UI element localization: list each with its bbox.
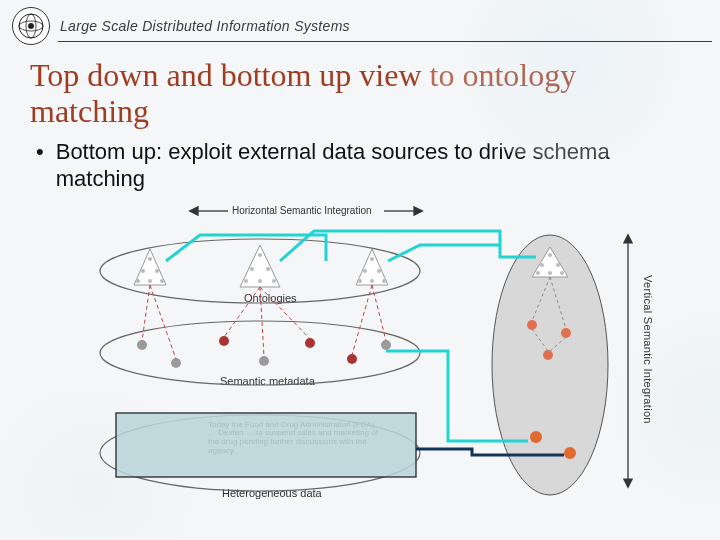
svg-point-44 — [219, 336, 229, 346]
svg-point-37 — [540, 263, 544, 267]
svg-point-17 — [148, 257, 152, 261]
svg-rect-13 — [116, 413, 416, 477]
header-rule — [58, 41, 712, 42]
architecture-diagram: Horizontal Semantic Integration Ontologi… — [80, 205, 640, 505]
svg-point-21 — [148, 279, 152, 283]
svg-line-55 — [372, 285, 386, 341]
svg-point-30 — [363, 269, 367, 273]
svg-point-59 — [530, 431, 542, 443]
svg-point-60 — [564, 447, 576, 459]
svg-point-32 — [358, 279, 362, 283]
bullet-text: Bottom up: exploit external data sources… — [56, 138, 692, 193]
svg-point-11 — [100, 321, 420, 385]
bullet-dot-icon: • — [36, 138, 44, 193]
svg-point-31 — [377, 269, 381, 273]
svg-point-22 — [160, 279, 164, 283]
svg-point-25 — [266, 267, 270, 271]
svg-line-51 — [224, 287, 260, 337]
svg-point-36 — [548, 253, 552, 257]
svg-point-40 — [548, 271, 552, 275]
svg-point-42 — [137, 340, 147, 350]
header-bar: Large Scale Distributed Information Syst… — [0, 0, 720, 48]
svg-point-46 — [305, 338, 315, 348]
bullet-item: • Bottom up: exploit external data sourc… — [36, 138, 692, 193]
svg-point-47 — [347, 354, 357, 364]
lsdis-logo-icon — [12, 7, 50, 45]
svg-point-45 — [259, 356, 269, 366]
slide-title: Top down and bottom up view to ontology … — [30, 58, 696, 130]
svg-point-48 — [381, 340, 391, 350]
svg-point-38 — [556, 263, 560, 267]
label-vertical-integration: Vertical Semantic Integration — [640, 275, 654, 424]
svg-point-23 — [258, 253, 262, 257]
svg-point-58 — [543, 350, 553, 360]
svg-point-56 — [527, 320, 537, 330]
svg-line-53 — [260, 287, 310, 339]
svg-point-26 — [244, 279, 248, 283]
svg-point-57 — [561, 328, 571, 338]
svg-point-34 — [382, 279, 386, 283]
svg-point-27 — [258, 279, 262, 283]
svg-point-18 — [141, 269, 145, 273]
header-org-text: Large Scale Distributed Information Syst… — [60, 18, 350, 34]
svg-point-41 — [560, 271, 564, 275]
svg-point-39 — [536, 271, 540, 275]
svg-point-28 — [272, 279, 276, 283]
svg-point-20 — [136, 279, 140, 283]
svg-point-3 — [28, 23, 34, 29]
svg-point-24 — [250, 267, 254, 271]
svg-line-52 — [260, 287, 264, 357]
svg-point-19 — [155, 269, 159, 273]
svg-point-33 — [370, 279, 374, 283]
svg-point-29 — [370, 257, 374, 261]
svg-point-43 — [171, 358, 181, 368]
